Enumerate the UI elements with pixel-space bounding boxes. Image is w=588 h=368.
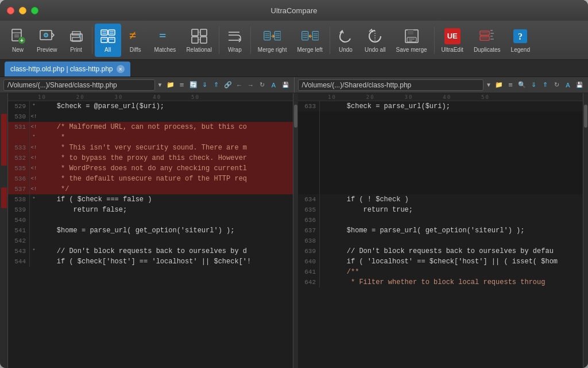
left-code-area[interactable]: 10 20 30 40 50 529 * $check = @parse_url… <box>8 93 293 368</box>
code-line-530: 530 <! <box>8 112 293 122</box>
left-save-icon[interactable]: 💾 <box>280 80 291 90</box>
right-vertical-scrollbar[interactable] <box>583 93 588 368</box>
diffs-icon: ≠ <box>127 28 144 45</box>
left-reload-icon[interactable]: ↻ <box>257 80 268 90</box>
left-path-dropdown-icon[interactable]: ▼ <box>157 82 163 88</box>
undo-all-button[interactable]: Undo all <box>360 24 390 57</box>
preview-button[interactable]: Preview <box>32 24 62 57</box>
right-line-642: 642 * Filter whether to block local requ… <box>298 277 583 288</box>
vertical-scrollbar[interactable] <box>293 93 298 368</box>
right-path-input[interactable]: /Volumes/(...)/Shared/class-http.php <box>298 79 484 91</box>
left-sync-icon[interactable]: 🔄 <box>188 80 199 90</box>
svg-rect-55 <box>407 37 416 42</box>
wrap-button[interactable]: Wrap <box>222 24 248 57</box>
ue-logo: UE <box>444 28 461 44</box>
traffic-lights <box>7 7 38 14</box>
right-sync-icon[interactable]: 🔍 <box>517 80 527 90</box>
sep-3 <box>250 26 251 54</box>
right-a-icon[interactable]: A <box>563 80 573 90</box>
right-reload-icon[interactable]: ↻ <box>551 80 562 90</box>
print-button[interactable]: Print <box>63 24 90 57</box>
right-line-635: 635 return true; <box>298 205 583 215</box>
right-ruler: 10 20 30 40 50 <box>298 93 583 101</box>
print-label: Print <box>70 47 82 53</box>
diff-marker-2 <box>1 187 7 208</box>
left-arrow-l[interactable]: ← <box>234 80 245 90</box>
code-line-529: 529 * $check = @parse_url($uri); <box>8 101 293 112</box>
right-path-icons: 📁 ≡ 🔍 ⇓ ⇑ ↻ A 💾 <box>494 80 585 90</box>
new-label: New <box>12 47 24 53</box>
left-arrow-r[interactable]: → <box>246 80 256 90</box>
diffs-button[interactable]: ≠ Diffs <box>122 24 149 57</box>
sep-4 <box>330 26 330 54</box>
duplicates-label: Duplicates <box>474 47 501 53</box>
tab-label: class-http.old.php | class-http.php <box>10 65 113 73</box>
relational-label: Relational <box>186 47 211 53</box>
duplicates-icon <box>478 28 496 45</box>
wrap-icon <box>226 28 243 45</box>
close-button[interactable] <box>7 7 14 14</box>
left-browse-icon[interactable]: ≡ <box>177 80 187 90</box>
save-merge-button[interactable]: Save merge <box>392 24 432 57</box>
tab-close-button[interactable]: × <box>117 65 125 73</box>
svg-rect-21 <box>109 37 115 43</box>
code-line-538: 538 * if ( $check === false ) <box>8 194 293 205</box>
matches-button[interactable]: = Matches <box>150 24 181 57</box>
right-up-icon[interactable]: ⇑ <box>540 80 550 90</box>
all-label: All <box>105 47 111 53</box>
print-icon <box>68 28 85 45</box>
right-scrollbar-thumb[interactable] <box>584 105 587 128</box>
ultraedit-button[interactable]: UE UltraEdit <box>437 24 468 57</box>
right-browse-icon[interactable]: ≡ <box>505 80 516 90</box>
left-folder-icon[interactable]: 📁 <box>165 80 176 90</box>
window-title: UltraCompare <box>271 6 318 15</box>
right-spacer-5 <box>298 153 583 163</box>
undo-button[interactable]: Undo <box>332 24 359 57</box>
svg-point-12 <box>79 35 80 37</box>
merge-left-button[interactable]: Merge left <box>292 24 327 57</box>
ultraedit-label: UltraEdit <box>442 47 463 53</box>
right-line-634: 634 if ( ! $check ) <box>298 194 583 205</box>
left-a-icon[interactable]: A <box>269 80 279 90</box>
code-line-540: 540 <box>8 215 293 225</box>
code-line-541: 541 $home = parse_url( get_option('siteu… <box>8 225 293 236</box>
svg-rect-26 <box>200 29 207 36</box>
undo-all-icon <box>366 28 384 45</box>
sep-2 <box>219 26 219 54</box>
merge-right-button[interactable]: Merge right <box>253 24 292 57</box>
right-folder-icon[interactable]: 📁 <box>494 80 504 90</box>
svg-rect-19 <box>101 37 107 43</box>
left-path-input[interactable]: /Volumes/(...)/Shared/class-http.php <box>3 79 155 91</box>
ultraedit-icon: UE <box>444 28 461 45</box>
right-path-dropdown-icon[interactable]: ▼ <box>486 82 492 88</box>
relational-button[interactable]: Relational <box>181 24 216 57</box>
legend-button[interactable]: ? Legend <box>506 24 535 57</box>
right-save-icon[interactable]: 💾 <box>574 80 585 90</box>
right-code-area[interactable]: 10 20 30 40 50 633 $check = parse_url($u… <box>298 93 583 368</box>
minimize-button[interactable] <box>19 7 26 14</box>
code-line-544: 544 if ( $check['host'] == 'localhost' |… <box>8 256 293 267</box>
right-line-636: 636 <box>298 215 583 225</box>
svg-rect-16 <box>109 30 115 35</box>
right-line-637: 637 $home = parse_url( get_option('siteu… <box>298 225 583 236</box>
right-nav-icon[interactable]: ⇓ <box>528 80 539 90</box>
file-tab[interactable]: class-http.old.php | class-http.php × <box>5 62 130 76</box>
scrollbar-thumb[interactable] <box>294 105 297 128</box>
merge-left-icon <box>301 28 319 45</box>
merge-left-label: Merge left <box>297 47 322 53</box>
undo-icon <box>337 28 354 45</box>
all-button[interactable]: All <box>95 24 121 57</box>
right-editor-pane: 10 20 30 40 50 633 $check = parse_url($u… <box>298 93 583 368</box>
right-spacer-1 <box>298 112 583 122</box>
new-button[interactable]: + New <box>5 24 31 57</box>
right-line-641: 641 /** <box>298 267 583 277</box>
right-spacer-7 <box>298 174 583 184</box>
left-up-icon[interactable]: ⇑ <box>211 80 222 90</box>
duplicates-button[interactable]: Duplicates <box>469 24 505 57</box>
svg-text:+: + <box>20 37 24 44</box>
left-nav-icon[interactable]: ⇓ <box>200 80 210 90</box>
left-link-icon[interactable]: 🔗 <box>223 80 233 90</box>
maximize-button[interactable] <box>31 7 38 14</box>
left-ruler: 10 20 30 40 50 <box>8 93 293 101</box>
relational-icon <box>191 28 208 45</box>
